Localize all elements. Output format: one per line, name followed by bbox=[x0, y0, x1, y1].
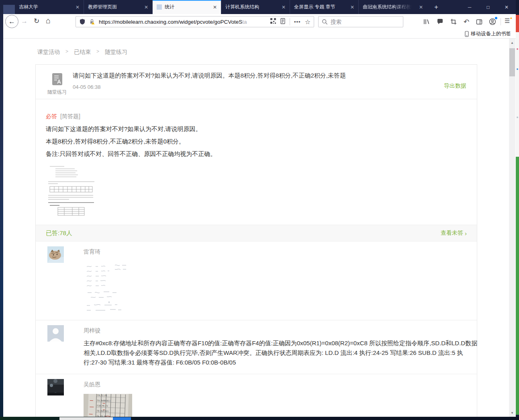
student-name: 周梓骏 bbox=[84, 326, 467, 334]
sidebar-toggle-icon[interactable] bbox=[475, 17, 484, 26]
tab-close-icon[interactable]: ✕ bbox=[213, 4, 217, 10]
required-badge: 必答 bbox=[46, 113, 57, 119]
scrollbar-thumb[interactable] bbox=[509, 48, 515, 76]
taskbar-item-light bbox=[59, 417, 113, 420]
tab-teacher-admin[interactable]: 教师管理页面 ✕ bbox=[84, 0, 152, 14]
background-window-red bbox=[516, 15, 519, 32]
tab-course-teaching[interactable]: 曲冠南系统结构课程教学 ✕ bbox=[358, 0, 427, 14]
breadcrumb-classroom-activity[interactable]: 课堂活动 bbox=[37, 49, 60, 56]
question-section: 必答[简答题] 请问如下这道题的答案对不对?如果认为不对,请说明原因。 本题8积… bbox=[36, 99, 477, 225]
search-box[interactable] bbox=[318, 16, 403, 27]
page-actions-icon[interactable]: ••• bbox=[294, 19, 301, 25]
tab-jilin-university[interactable]: 吉林大学 ✕ bbox=[15, 0, 84, 14]
account-notification-dot bbox=[495, 17, 497, 19]
back-button[interactable]: ← bbox=[5, 15, 18, 28]
library-icon[interactable] bbox=[422, 17, 431, 26]
tab-title: 曲冠南系统结构课程教学 bbox=[363, 4, 417, 10]
breadcrumb-separator: > bbox=[65, 49, 68, 56]
background-window-green bbox=[516, 157, 519, 415]
tab-close-icon[interactable]: ✕ bbox=[144, 4, 148, 10]
question-type-tag: [简答题] bbox=[60, 113, 80, 119]
tab-statistics-active[interactable]: 统计 ✕ bbox=[152, 0, 221, 14]
bookmark-star-icon[interactable]: ☆ bbox=[305, 18, 311, 26]
activity-date: 04-05 06:38 bbox=[73, 84, 100, 90]
tab-close-icon[interactable]: ✕ bbox=[282, 4, 286, 10]
maximize-button[interactable]: □ bbox=[479, 0, 497, 14]
student-name: 吴皓恩 bbox=[84, 380, 467, 388]
restore-undo-icon[interactable]: ↶ bbox=[462, 17, 471, 26]
screen: 吉林大学 ✕ 教师管理页面 ✕ 统计 ✕ 计算机系统结构 ✕ 全屏显示 专 bbox=[0, 0, 519, 420]
url-bar[interactable]: https://mobilelearn.chaoxing.com/widget/… bbox=[76, 16, 314, 27]
bookmark-mobile-folder[interactable]: 移动设备上的书签 bbox=[465, 31, 511, 37]
tab-computer-architecture[interactable]: 计算机系统结构 ✕ bbox=[221, 0, 290, 14]
svg-text:F4.0x00(R1): F4.0x00(R1) bbox=[97, 399, 110, 402]
tab-title: 计算机系统结构 bbox=[225, 4, 279, 10]
chevron-right-icon: › bbox=[465, 230, 467, 237]
tab-close-icon[interactable]: ✕ bbox=[350, 4, 354, 10]
breadcrumb-separator: > bbox=[96, 49, 99, 56]
qr-extension-icon[interactable] bbox=[270, 18, 276, 25]
tab-bar: 吉林大学 ✕ 教师管理页面 ✕ 统计 ✕ 计算机系统结构 ✕ 全屏显示 专 bbox=[3, 0, 516, 14]
page-content: 课堂活动 > 已结束 > 随堂练习 随堂练 bbox=[3, 39, 516, 417]
new-tab-button[interactable]: + bbox=[430, 0, 443, 14]
avatar bbox=[47, 246, 64, 263]
minimize-button[interactable]: ─ bbox=[460, 0, 479, 14]
activity-title: 请问如下这道题的答案对不对?如果认为不对,请说明原因。本题8积分,答对得8积分,… bbox=[73, 72, 426, 80]
url-text: https://mobilelearn.chaoxing.com/widget/… bbox=[99, 19, 270, 25]
answer-text: 主存#0xc8:存储地址和所存内容正确寄存器F10的值:正确寄存器F4的值:正确… bbox=[84, 338, 478, 367]
breadcrumb-exercise: 随堂练习 bbox=[105, 49, 127, 56]
tab-close-icon[interactable]: ✕ bbox=[76, 4, 80, 10]
reader-mode-icon[interactable] bbox=[280, 18, 286, 26]
tab-title: 全屏显示 专题 章节 bbox=[294, 4, 348, 10]
answer-row: 吴皓恩 bbox=[36, 374, 477, 417]
exercise-icon bbox=[52, 73, 63, 86]
question-attachment-image[interactable] bbox=[46, 165, 97, 216]
svg-text:F10.F0.F2: F10.F0.F2 bbox=[97, 404, 108, 407]
divider bbox=[290, 18, 290, 25]
question-text-line: 请问如下这道题的答案对不对?如果认为不对,请说明原因。 bbox=[46, 125, 467, 133]
tab-fullscreen-chapters[interactable]: 全屏显示 专题 章节 ✕ bbox=[290, 0, 358, 14]
account-icon[interactable] bbox=[488, 17, 497, 26]
scroll-down-arrow[interactable]: ▼ bbox=[509, 410, 515, 416]
answer-row: 雷育琦 bbox=[36, 242, 477, 320]
browser-window: 吉林大学 ✕ 教师管理页面 ✕ 统计 ✕ 计算机系统结构 ✕ 全屏显示 专 bbox=[3, 0, 516, 417]
tab-title: 吉林大学 bbox=[19, 4, 73, 10]
taskbar-item-blue bbox=[113, 417, 131, 420]
hamburger-menu-icon[interactable]: ☰ ▲ bbox=[505, 17, 510, 25]
close-button[interactable]: ✕ bbox=[497, 0, 516, 14]
search-input[interactable] bbox=[331, 19, 403, 25]
activity-type-label: 随堂练习 bbox=[46, 89, 68, 96]
tracking-protection-shield-icon[interactable] bbox=[79, 18, 86, 25]
answer-image[interactable]: F4.F2.F6F4.0x00(R1) F10.F0.F2F0.0x0(R2) … bbox=[84, 394, 132, 417]
desktop-edge-bottom bbox=[0, 417, 519, 420]
chat-bubble-icon[interactable] bbox=[435, 17, 444, 26]
scroll-up-arrow[interactable]: ▲ bbox=[509, 39, 515, 46]
activity-card: 随堂练习 请问如下这道题的答案对不对?如果认为不对,请说明原因。本题8积分,答对… bbox=[35, 64, 477, 417]
favicon bbox=[157, 4, 162, 10]
avatar-default bbox=[47, 325, 64, 342]
screenshot-crop-icon[interactable] bbox=[449, 17, 458, 26]
navigation-toolbar: ← → ↻ ⌂ https://mobilelearn.chaoxing.com… bbox=[3, 14, 516, 29]
answered-count: 已答:78人 bbox=[46, 229, 72, 237]
divider bbox=[501, 18, 501, 25]
answer-image[interactable] bbox=[84, 261, 134, 313]
search-icon bbox=[322, 19, 328, 25]
reload-button[interactable]: ↻ bbox=[34, 17, 39, 25]
activity-header: 随堂练习 请问如下这道题的答案对不对?如果认为不对,请说明原因。本题8积分,答对… bbox=[36, 65, 477, 99]
breadcrumb-ended[interactable]: 已结束 bbox=[74, 49, 91, 56]
lock-warning-icon[interactable] bbox=[89, 18, 95, 25]
avatar bbox=[47, 379, 64, 395]
question-text-line: 备注:只回答对或不对、回答不正确、原因不正确均视为不正确。 bbox=[46, 150, 467, 158]
tab-close-icon[interactable]: ✕ bbox=[419, 4, 423, 10]
vertical-scrollbar[interactable]: ▲ ▼ bbox=[509, 39, 515, 417]
svg-text:F4.F2.F6: F4.F2.F6 bbox=[97, 394, 107, 397]
tabs: 吉林大学 ✕ 教师管理页面 ✕ 统计 ✕ 计算机系统结构 ✕ 全屏显示 专 bbox=[15, 0, 427, 14]
view-unanswered-link[interactable]: 查看未答 › bbox=[441, 229, 467, 237]
window-controls: ─ □ ✕ bbox=[460, 0, 516, 14]
breadcrumb: 课堂活动 > 已结束 > 随堂练习 bbox=[37, 49, 127, 56]
export-data-link[interactable]: 导出数据 bbox=[444, 82, 466, 90]
answered-summary-bar: 已答:78人 查看未答 › bbox=[36, 225, 477, 242]
forward-button[interactable]: → bbox=[21, 17, 28, 25]
home-button[interactable]: ⌂ bbox=[46, 16, 51, 25]
student-name: 雷育琦 bbox=[84, 247, 467, 256]
